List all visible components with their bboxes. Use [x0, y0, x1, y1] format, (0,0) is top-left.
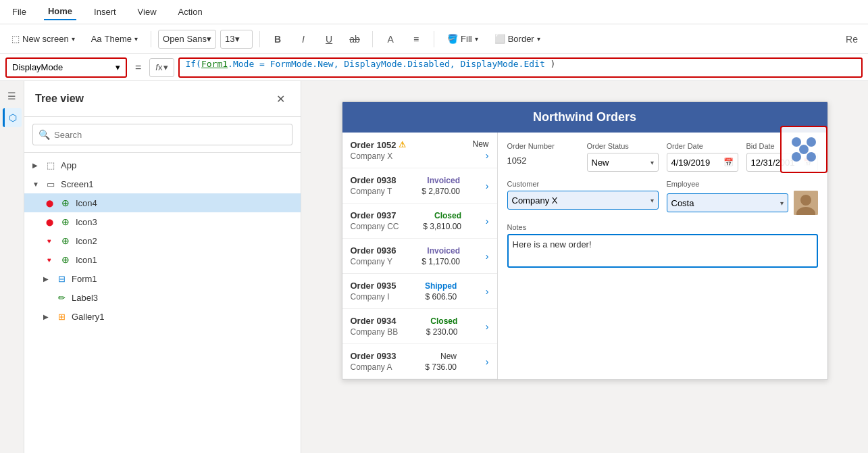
- tree-item-form1[interactable]: ▶ ⊟ Form1: [24, 269, 301, 288]
- order-item-0937[interactable]: Order 0937 Company CC Closed $ 3,810.00 …: [342, 204, 497, 239]
- menu-action[interactable]: Action: [174, 4, 207, 20]
- order-0934-chevron-icon: ›: [486, 321, 489, 332]
- gallery1-expand-icon: ▶: [43, 313, 51, 320]
- sidebar-title: Tree view: [35, 93, 84, 105]
- tree-item-icon4[interactable]: ⬤ ⊕ Icon4: [24, 193, 301, 212]
- tree-item-app[interactable]: ▶ ⬚ App: [24, 156, 301, 174]
- tree-item-gallery1[interactable]: ▶ ⊞ Gallery1: [24, 307, 301, 326]
- reorder-button[interactable]: Re: [841, 28, 863, 50]
- theme-icon: Aa: [91, 34, 102, 44]
- order-item-0935[interactable]: Order 0935 Company I Shipped $ 606.50 ›: [342, 274, 497, 309]
- notes-field: Notes Here is a new order!: [507, 223, 818, 268]
- menu-home[interactable]: Home: [44, 3, 76, 20]
- order-item-0934[interactable]: Order 0934 Company BB Closed $ 230.00 ›: [342, 309, 497, 344]
- customer-dropdown-icon: ▾: [650, 197, 654, 204]
- order-detail: Order Number 1052 Order Status New ▾ Ord…: [498, 133, 827, 379]
- sidebar-header: Tree view ✕: [24, 81, 301, 117]
- new-screen-icon: ⬚: [11, 34, 20, 44]
- order-status-dropdown-icon: ▾: [650, 159, 654, 166]
- italic-button[interactable]: I: [292, 28, 314, 50]
- order-number-field: Order Number 1052: [507, 142, 579, 172]
- tree-item-screen1[interactable]: ▼ ▭ Screen1: [24, 174, 301, 193]
- svg-point-4: [807, 137, 816, 147]
- new-screen-button[interactable]: ⬚ New screen ▾: [5, 30, 81, 47]
- svg-point-6: [807, 152, 816, 162]
- search-icon: 🔍: [39, 129, 50, 140]
- screen1-icon: ▭: [45, 178, 57, 190]
- bold-button[interactable]: B: [267, 28, 288, 50]
- order-item-1052[interactable]: Order 1052 ⚠ Company X New ›: [342, 133, 497, 168]
- order-date-input[interactable]: 4/19/2019 📅: [667, 153, 738, 172]
- tree-item-label3[interactable]: ▶ ✏ Label3: [24, 288, 301, 307]
- order-0936-chevron-icon: ›: [486, 251, 489, 262]
- property-chevron-icon: ▾: [116, 62, 120, 72]
- sidebar-search-area: 🔍: [24, 117, 301, 153]
- order-0938-chevron-icon: ›: [486, 181, 489, 191]
- order-item-0933[interactable]: Order 0933 Company A New $ 736.00 ›: [342, 344, 497, 379]
- toolbar-right: Re: [841, 28, 863, 50]
- order-status-field: Order Status New ▾: [587, 142, 659, 172]
- app-mockup: Northwind Orders Order 1052 ⚠ Company X: [342, 101, 828, 380]
- app-body: Order 1052 ⚠ Company X New ›: [342, 133, 827, 379]
- order-status-input[interactable]: New ▾: [587, 153, 659, 172]
- main-layout: ☰ ⬡ Tree view ✕ 🔍 ▶ ⬚ App ▼ ▭ Scre: [0, 81, 868, 453]
- menu-view[interactable]: View: [134, 4, 161, 20]
- font-size-dropdown[interactable]: 13 ▾: [220, 30, 253, 49]
- toolbar: ⬚ New screen ▾ Aa Theme ▾ Open Sans ▾ 13…: [0, 24, 868, 54]
- notes-textarea[interactable]: Here is a new order!: [507, 234, 818, 268]
- font-color-button[interactable]: A: [380, 28, 401, 50]
- order-item-0938[interactable]: Order 0938 Company T Invoiced $ 2,870.00…: [342, 168, 497, 204]
- order-0933-chevron-icon: ›: [486, 356, 489, 367]
- underline-button[interactable]: U: [318, 28, 340, 50]
- formula-fx-button[interactable]: fx ▾: [149, 58, 174, 77]
- left-icon-strip: ☰ ⬡: [0, 81, 24, 453]
- customer-input[interactable]: Company X ▾: [507, 191, 659, 210]
- order-date-field: Order Date 4/19/2019 📅: [667, 142, 738, 172]
- menu-bar: File Home Insert View Action: [0, 0, 868, 24]
- toolbar-separator-2: [259, 31, 260, 47]
- fill-chevron-icon: ▾: [475, 35, 478, 43]
- tree-item-icon3[interactable]: ⬤ ⊕ Icon3: [24, 212, 301, 231]
- icon4-dots-svg: [787, 133, 821, 166]
- svg-point-7: [799, 145, 809, 154]
- gallery1-icon: ⊞: [55, 310, 68, 323]
- app-header: Northwind Orders: [342, 102, 827, 133]
- menu-file[interactable]: File: [8, 4, 30, 20]
- detail-row-2: Customer Company X ▾ Employee Costa: [507, 180, 818, 215]
- warning-icon: ⚠: [399, 140, 406, 149]
- tree-item-icon1[interactable]: ♥ ⊕ Icon1: [24, 250, 301, 269]
- new-screen-chevron-icon: ▾: [72, 35, 75, 43]
- fill-button[interactable]: 🪣 Fill ▾: [441, 30, 484, 47]
- svg-point-5: [792, 152, 801, 162]
- layers-icon[interactable]: ⬡: [3, 108, 22, 127]
- property-selector[interactable]: DisplayMode ▾: [5, 57, 127, 78]
- customer-field: Customer Company X ▾: [507, 180, 659, 215]
- order-item-0936[interactable]: Order 0936 Company Y Invoiced $ 1,170.00…: [342, 239, 497, 274]
- align-button[interactable]: ≡: [405, 28, 427, 50]
- menu-insert[interactable]: Insert: [90, 4, 120, 20]
- employee-dropdown-icon: ▾: [780, 199, 784, 207]
- tree-item-icon2[interactable]: ♥ ⊕ Icon2: [24, 231, 301, 250]
- strikethrough-button[interactable]: ab: [344, 28, 365, 50]
- theme-button[interactable]: Aa Theme ▾: [85, 30, 144, 47]
- icon3-add-icon: ⊕: [59, 216, 72, 228]
- svg-point-1: [800, 195, 811, 206]
- icon4-red-dot: ⬤: [43, 197, 55, 209]
- hamburger-menu-icon[interactable]: ☰: [3, 87, 22, 105]
- search-input[interactable]: [54, 130, 286, 140]
- form1-icon: ⊟: [55, 272, 68, 285]
- employee-input[interactable]: Costa ▾: [667, 193, 788, 212]
- formula-equals: =: [131, 62, 145, 74]
- formula-input[interactable]: If(Form1.Mode = FormMode.New, DisplayMod…: [178, 57, 863, 78]
- toolbar-separator-4: [434, 31, 434, 47]
- detail-row-1: Order Number 1052 Order Status New ▾ Ord…: [507, 142, 818, 172]
- employee-field: Employee Costa ▾: [667, 180, 818, 215]
- search-box: 🔍: [32, 124, 292, 145]
- icon3-red-dot: ⬤: [43, 216, 55, 228]
- font-family-dropdown[interactable]: Open Sans ▾: [158, 30, 216, 49]
- border-button[interactable]: ⬜ Border ▾: [488, 30, 546, 47]
- sidebar-close-button[interactable]: ✕: [271, 89, 290, 108]
- icon4-add-icon: ⊕: [59, 197, 72, 209]
- font-size-chevron: ▾: [235, 34, 240, 44]
- font-family-chevron: ▾: [207, 34, 211, 44]
